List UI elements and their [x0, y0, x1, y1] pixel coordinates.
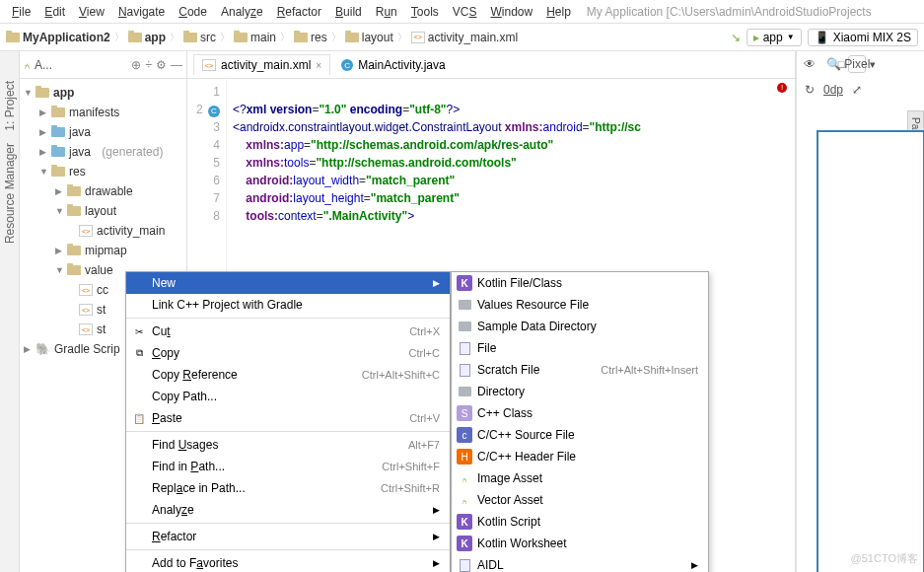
- tool-resource-manager[interactable]: Resource Manager: [3, 143, 17, 244]
- folder-icon: [51, 107, 65, 117]
- build-icon[interactable]: ↘: [731, 31, 741, 44]
- zoom-label[interactable]: 0dp: [824, 81, 842, 99]
- ctx-copy-ref[interactable]: Copy ReferenceCtrl+Alt+Shift+C: [126, 364, 450, 386]
- xml-icon: <>: [79, 284, 93, 296]
- design-canvas[interactable]: [817, 130, 924, 572]
- menu-tools[interactable]: Tools: [405, 3, 445, 21]
- breadcrumb-res[interactable]: res: [294, 31, 327, 44]
- ctx-paste[interactable]: 📋PasteCtrl+V: [126, 407, 450, 429]
- breadcrumb-root[interactable]: MyApplication2: [6, 31, 110, 44]
- close-icon[interactable]: ×: [316, 60, 321, 71]
- xml-icon: <>: [79, 323, 93, 335]
- tree-java-gen[interactable]: ▶java (generated): [24, 142, 186, 162]
- android-icon: ⍲: [24, 58, 31, 72]
- ctx-cut[interactable]: ✂CutCtrl+X: [126, 321, 450, 342]
- tab-mainactivity[interactable]: CMainActivity.java: [332, 54, 454, 75]
- folder-icon: [234, 33, 248, 42]
- eye-icon[interactable]: 👁: [801, 55, 818, 73]
- tree-manifests[interactable]: ▶manifests: [24, 103, 186, 122]
- device-selector[interactable]: 📱Xiaomi MIX 2S: [808, 29, 918, 46]
- cpp-header-icon: H: [457, 449, 472, 465]
- menu-vcs[interactable]: VCS: [447, 3, 483, 21]
- phone-icon: 📱: [815, 31, 829, 44]
- sub-vector-asset[interactable]: ⍲Vector Asset: [452, 489, 708, 511]
- run-config-selector[interactable]: ▸app▼: [746, 29, 802, 46]
- sub-kotlin-file[interactable]: KKotlin File/Class: [452, 272, 708, 294]
- menu-refactor[interactable]: Refactor: [271, 3, 327, 21]
- sub-values-res[interactable]: Values Resource File: [452, 294, 708, 316]
- chevron-right-icon: ▶: [691, 560, 698, 570]
- tree-res[interactable]: ▼res: [24, 162, 186, 181]
- separator: [126, 318, 450, 319]
- folder-icon: [67, 186, 81, 196]
- folder-icon: [67, 246, 81, 255]
- folder-icon: [459, 322, 471, 331]
- tool-project[interactable]: 1: Project: [3, 81, 17, 131]
- context-menu: New▶ Link C++ Project with Gradle ✂CutCt…: [125, 271, 451, 572]
- target-icon[interactable]: ⊕: [131, 58, 141, 72]
- menu-build[interactable]: Build: [329, 3, 368, 21]
- ctx-find-in-path[interactable]: Find in Path...Ctrl+Shift+F: [126, 456, 450, 477]
- tree-activity-main[interactable]: <>activity_main: [24, 221, 186, 241]
- menu-file[interactable]: File: [6, 3, 36, 21]
- breadcrumb-bar: MyApplication2 〉 app 〉 src 〉 main 〉 res …: [0, 24, 924, 51]
- sub-scratch[interactable]: Scratch FileCtrl+Alt+Shift+Insert: [452, 359, 708, 381]
- menu-analyze[interactable]: Analyze: [215, 3, 269, 21]
- folder-icon: [36, 88, 49, 98]
- refresh-icon[interactable]: ↻: [801, 81, 818, 99]
- menu-help[interactable]: Help: [540, 3, 577, 21]
- sub-kotlin-script[interactable]: KKotlin Script: [452, 511, 708, 533]
- folder-icon: [51, 127, 65, 137]
- project-mode-label[interactable]: A...: [35, 58, 52, 72]
- menu-code[interactable]: Code: [173, 3, 213, 21]
- ctx-link-cpp[interactable]: Link C++ Project with Gradle: [126, 294, 450, 316]
- tree-mipmap[interactable]: ▶mipmap: [24, 241, 186, 260]
- folder-icon: [459, 300, 471, 310]
- ctx-replace-in-path[interactable]: Replace in Path...Ctrl+Shift+R: [126, 477, 450, 499]
- device-selector[interactable]: □ Pixel ▾: [848, 55, 866, 73]
- error-indicator-icon[interactable]: !: [777, 83, 787, 93]
- breadcrumb-src[interactable]: src: [183, 31, 216, 44]
- tab-activity-main[interactable]: <>activity_main.xml×: [193, 54, 330, 75]
- chevron-right-icon: ▶: [433, 532, 440, 541]
- ctx-new[interactable]: New▶: [126, 272, 450, 294]
- sub-image-asset[interactable]: ⍲Image Asset: [452, 467, 708, 489]
- ctx-copy[interactable]: ⧉CopyCtrl+C: [126, 342, 450, 364]
- menu-run[interactable]: Run: [370, 3, 403, 21]
- menu-edit[interactable]: Edit: [38, 3, 71, 21]
- left-tool-rail: 1: Project Resource Manager: [0, 51, 20, 572]
- breadcrumb-app[interactable]: app: [128, 31, 166, 44]
- menu-navigate[interactable]: Navigate: [112, 3, 171, 21]
- sub-cpp-header[interactable]: HC/C++ Header File: [452, 446, 708, 467]
- menu-view[interactable]: View: [73, 3, 110, 21]
- gear-icon[interactable]: ⚙: [156, 58, 167, 72]
- breadcrumb-main[interactable]: main: [234, 31, 276, 44]
- ctx-favorites[interactable]: Add to Favorites▶: [126, 552, 450, 572]
- split-icon[interactable]: ÷: [145, 58, 152, 72]
- ctx-analyze[interactable]: Analyze▶: [126, 499, 450, 521]
- breadcrumb-file[interactable]: <>activity_main.xml: [411, 31, 518, 44]
- class-icon: C: [341, 59, 353, 71]
- tree-layout[interactable]: ▼layout: [24, 201, 186, 221]
- sub-sample-data[interactable]: Sample Data Directory: [452, 316, 708, 337]
- kotlin-icon: K: [457, 536, 472, 551]
- tree-java[interactable]: ▶java: [24, 122, 186, 142]
- sub-cpp-source[interactable]: cC/C++ Source File: [452, 424, 708, 446]
- ctx-copy-path[interactable]: Copy Path...: [126, 386, 450, 407]
- menu-window[interactable]: Window: [484, 3, 538, 21]
- sub-directory[interactable]: Directory: [452, 381, 708, 402]
- sub-kotlin-worksheet[interactable]: KKotlin Worksheet: [452, 533, 708, 554]
- gutter-mark-icon[interactable]: C: [208, 106, 220, 117]
- ctx-find-usages[interactable]: Find UsagesAlt+F7: [126, 434, 450, 456]
- sub-file[interactable]: File: [452, 337, 708, 359]
- tree-app[interactable]: ▼app: [24, 83, 186, 103]
- folder-icon: [128, 33, 142, 42]
- ctx-refactor[interactable]: Refactor▶: [126, 526, 450, 547]
- sub-cpp-class[interactable]: SC++ Class: [452, 402, 708, 424]
- sub-aidl[interactable]: AIDL▶: [452, 554, 708, 572]
- expand-icon[interactable]: ⤢: [848, 81, 866, 99]
- collapse-icon[interactable]: —: [171, 58, 182, 72]
- tree-drawable[interactable]: ▶drawable: [24, 181, 186, 201]
- breadcrumb-layout[interactable]: layout: [345, 31, 393, 44]
- separator: [126, 549, 450, 550]
